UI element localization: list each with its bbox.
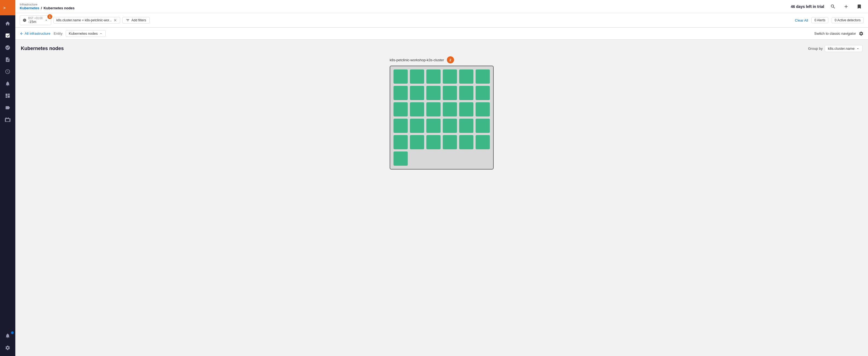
node-cell[interactable] xyxy=(410,135,424,149)
cluster-badge: 2 xyxy=(447,56,454,63)
node-cell[interactable] xyxy=(426,119,440,133)
node-cell[interactable] xyxy=(459,135,473,149)
secondary-nav-left: All infrastructure Entity Kubernetes nod… xyxy=(20,30,105,37)
groupby-value: k8s.cluster.name xyxy=(828,46,855,51)
topbar-right: 46 days left in trial xyxy=(791,2,864,11)
bookmark-icon-button[interactable] xyxy=(855,2,864,11)
node-cell[interactable] xyxy=(475,135,490,149)
node-cell[interactable] xyxy=(475,69,490,84)
filterbar: BST +01:00 -15m 1 k8s.cluster.name = k8s… xyxy=(15,13,868,28)
node-cell[interactable] xyxy=(443,135,457,149)
topbar-breadcrumb: Infrastructure Kubernetes / Kubernetes n… xyxy=(20,3,75,10)
breadcrumb-separator: / xyxy=(41,6,42,10)
groupby-label: Group by xyxy=(808,46,823,51)
sidebar-item-infrastructure[interactable] xyxy=(0,30,15,41)
sidebar-item-settings[interactable] xyxy=(0,342,15,354)
node-cell[interactable] xyxy=(443,102,457,117)
switch-classic-button[interactable]: Switch to classic navigator xyxy=(814,31,856,36)
node-cell[interactable] xyxy=(394,152,408,166)
node-cell[interactable] xyxy=(475,86,490,100)
sidebar-bottom xyxy=(0,330,15,356)
filter-badge: 1 xyxy=(47,14,52,19)
node-cell[interactable] xyxy=(459,102,473,117)
topbar: Infrastructure Kubernetes / Kubernetes n… xyxy=(15,0,868,13)
node-cell[interactable] xyxy=(426,69,440,84)
filter-tag-close[interactable] xyxy=(113,18,117,22)
node-cell[interactable] xyxy=(394,69,408,84)
breadcrumb-kubernetes[interactable]: Kubernetes xyxy=(20,6,39,10)
groupby-select[interactable]: k8s.cluster.name xyxy=(825,45,863,52)
nodes-grid xyxy=(394,69,490,166)
active-detectors-button[interactable]: 0 Active detectors xyxy=(832,17,864,23)
node-cell[interactable] xyxy=(459,69,473,84)
node-cell[interactable] xyxy=(459,119,473,133)
time-zone: BST +01:00 xyxy=(28,17,43,20)
add-icon-button[interactable] xyxy=(842,2,850,11)
sidebar-nav xyxy=(0,18,15,330)
node-cell[interactable] xyxy=(426,135,440,149)
groupby-area: Group by k8s.cluster.name xyxy=(808,45,863,52)
node-cell[interactable] xyxy=(443,119,457,133)
entity-label: Entity xyxy=(54,31,63,36)
main-content: Infrastructure Kubernetes / Kubernetes n… xyxy=(15,0,868,356)
navigator-settings-icon[interactable] xyxy=(859,31,864,36)
cluster-section: k8s-petclinic-workshop-k3s-cluster 2 xyxy=(21,56,863,169)
node-cell[interactable] xyxy=(394,86,408,100)
time-filter[interactable]: BST +01:00 -15m xyxy=(20,15,51,25)
sidebar: > xyxy=(0,0,15,356)
filterbar-right: Clear All 0 Alerts 0 Active detectors xyxy=(795,17,864,23)
sidebar-item-home[interactable] xyxy=(0,18,15,30)
breadcrumb-main: Kubernetes / Kubernetes nodes xyxy=(20,6,75,10)
sidebar-item-alerts[interactable] xyxy=(0,78,15,90)
node-cell[interactable] xyxy=(410,102,424,117)
node-cell[interactable] xyxy=(410,86,424,100)
node-cell[interactable] xyxy=(475,102,490,117)
clear-all-button[interactable]: Clear All xyxy=(795,18,808,23)
sidebar-item-apm[interactable] xyxy=(0,41,15,54)
notification-badge xyxy=(11,331,14,334)
filter-tag-text: k8s.cluster.name = k8s-petclinic-wor... xyxy=(56,18,112,22)
time-value: -15m xyxy=(28,20,43,24)
node-cell[interactable] xyxy=(394,135,408,149)
filter-tag[interactable]: k8s.cluster.name = k8s-petclinic-wor... xyxy=(53,17,120,24)
time-filter-wrapper: BST +01:00 -15m 1 xyxy=(20,15,51,25)
cluster-card-wrapper: k8s-petclinic-workshop-k3s-cluster 2 xyxy=(390,56,494,169)
node-cell[interactable] xyxy=(426,102,440,117)
nodes-grid-container xyxy=(390,66,494,169)
secondary-nav-right: Switch to classic navigator xyxy=(814,31,864,36)
sidebar-item-dashboards[interactable] xyxy=(0,90,15,102)
node-cell[interactable] xyxy=(443,69,457,84)
node-cell[interactable] xyxy=(459,86,473,100)
node-cell[interactable] xyxy=(475,119,490,133)
node-cell[interactable] xyxy=(410,69,424,84)
entity-select[interactable]: Kubernetes nodes xyxy=(66,30,105,37)
breadcrumb-nodes: Kubernetes nodes xyxy=(43,6,74,10)
content-area: Kubernetes nodes Group by k8s.cluster.na… xyxy=(15,40,868,356)
node-cell[interactable] xyxy=(443,86,457,100)
add-filters-button[interactable]: Add filters xyxy=(122,17,149,24)
sidebar-item-notifications[interactable] xyxy=(0,330,15,342)
trial-badge: 46 days left in trial xyxy=(791,4,824,9)
splunk-logo[interactable]: > xyxy=(0,0,15,15)
search-icon-button[interactable] xyxy=(829,2,837,11)
svg-text:>: > xyxy=(3,6,5,10)
breadcrumb-parent: Infrastructure xyxy=(20,3,75,6)
node-cell[interactable] xyxy=(426,86,440,100)
node-cell[interactable] xyxy=(394,102,408,117)
content-header: Kubernetes nodes Group by k8s.cluster.na… xyxy=(21,45,863,52)
sidebar-item-synthetic[interactable] xyxy=(0,66,15,78)
sidebar-item-tags[interactable] xyxy=(0,102,15,114)
secondary-nav: All infrastructure Entity Kubernetes nod… xyxy=(15,28,868,40)
node-cell[interactable] xyxy=(410,119,424,133)
node-cell[interactable] xyxy=(394,119,408,133)
cluster-name: k8s-petclinic-workshop-k3s-cluster xyxy=(390,58,444,62)
back-button[interactable]: All infrastructure xyxy=(20,31,50,36)
sidebar-item-log-observer[interactable] xyxy=(0,54,15,66)
entity-select-value: Kubernetes nodes xyxy=(69,31,98,36)
alerts-button[interactable]: 0 Alerts xyxy=(811,17,828,23)
sidebar-item-data-management[interactable] xyxy=(0,114,15,126)
page-title: Kubernetes nodes xyxy=(21,46,64,52)
